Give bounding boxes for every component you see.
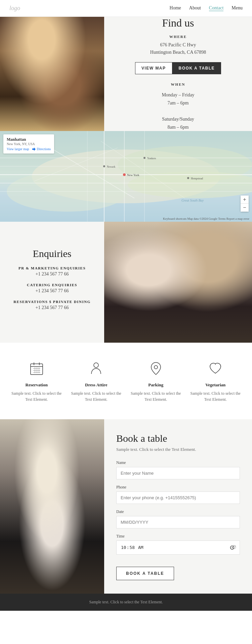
book-table-button-top[interactable]: BOOK A TABLE [172,62,221,74]
location-icon [147,359,165,378]
svg-point-19 [103,165,105,167]
reservations-enquiry-title: RESERVATIONS $ PRIVATE DINING [13,300,91,304]
nav-links: Home About Contact Menu [170,5,243,11]
phone-label: Phone [116,485,240,490]
navbar: logo Home About Contact Menu [0,0,252,17]
chef-image [0,419,104,594]
book-form: Book a table Sample text. Click to selec… [104,419,252,594]
pr-enquiry-phone: +1 234 567 77 66 [18,271,86,277]
pr-enquiry-title: PR & MARKETING ENQUIRIES [18,266,86,270]
map-location-sub: New York, NY, USA [7,142,51,146]
time-label: Time [116,534,240,539]
logo: logo [9,5,20,12]
feature-reservation-title: Reservation [10,382,64,388]
svg-point-38 [154,366,158,369]
address: 676 Pacific C Hwy Huntington Beach, CA 6… [150,41,206,56]
features-section: Reservation Sample text. Click to select… [0,343,252,419]
map-links: View larger map Directions [7,147,51,151]
find-us-content: Find us WHERE 676 Pacific C Hwy Huntingt… [104,17,252,131]
book-table-section: Book a table Sample text. Click to selec… [0,419,252,594]
hours: Monday – Friday 7am – 6pm Saturday/Sunda… [162,91,194,131]
map-background: New York Newark Yonkers Hempstead Great … [0,131,252,222]
when-label: WHEN [171,82,185,86]
footer: Sample text. Click to select the Text El… [0,594,252,611]
date-input[interactable] [116,516,240,528]
phone-field-group: Phone [116,485,240,504]
phone-input[interactable] [116,491,240,504]
footer-text[interactable]: Sample text. Click to select the Text El… [89,600,163,604]
view-map-button[interactable]: VIEW MAP [135,62,172,74]
enquiries-title: Enquiries [33,248,72,259]
feature-parking-text[interactable]: Sample text. Click to select the Text El… [129,390,183,402]
hours-weekday-time: 7am – 6pm [168,100,189,105]
map-section[interactable]: New York Newark Yonkers Hempstead Great … [0,131,252,222]
enquiries-section: Enquiries PR & MARKETING ENQUIRIES +1 23… [0,222,252,343]
nav-contact[interactable]: Contact [209,5,224,11]
feature-dress-text[interactable]: Sample text. Click to select the Text El… [69,390,123,402]
find-us-section: Find us WHERE 676 Pacific C Hwy Huntingt… [0,17,252,131]
nav-menu[interactable]: Menu [232,5,243,11]
feature-parking: Parking Sample text. Click to select the… [129,359,183,402]
feature-parking-title: Parking [129,382,183,388]
svg-text:Newark: Newark [107,165,115,168]
name-field-group: Name [116,460,240,479]
feature-vegetarian-title: Vegetarian [188,382,242,388]
catering-enquiry-title: CATERING ENQUIRIES [27,283,77,287]
directions-button[interactable]: Directions [32,147,51,151]
feature-reservation-text[interactable]: Sample text. Click to select the Text El… [10,390,64,402]
calendar-icon [28,359,46,378]
zoom-in-button[interactable]: + [241,196,249,204]
catering-enquiry-block: CATERING ENQUIRIES +1 234 567 77 66 [27,283,77,294]
date-label: Date [116,509,240,514]
time-input-wrapper: ⏱ [116,541,240,555]
svg-text:Hempstead: Hempstead [191,177,203,180]
name-label: Name [116,460,240,465]
feature-reservation: Reservation Sample text. Click to select… [10,359,64,402]
hours-weekday-label: Monday – Friday [162,92,194,97]
feature-dress-attire: Dress Attire Sample text. Click to selec… [69,359,123,402]
pr-enquiry-block: PR & MARKETING ENQUIRIES +1 234 567 77 6… [18,266,86,277]
book-subtitle: Sample text. Click to select the Text El… [116,447,240,452]
svg-text:Great South Bay: Great South Bay [181,199,204,202]
person-icon [87,359,105,378]
nav-about[interactable]: About [189,5,201,11]
where-label: WHERE [169,35,187,39]
name-input[interactable] [116,467,240,479]
time-input[interactable] [116,541,240,555]
view-larger-map-link[interactable]: View larger map [7,147,29,151]
heart-icon [206,359,224,378]
map-buttons: VIEW MAP BOOK A TABLE [135,62,221,74]
svg-point-17 [123,173,126,176]
feature-dress-title: Dress Attire [69,382,123,388]
address-line1: 676 Pacific C Hwy [160,42,196,47]
zoom-out-button[interactable]: − [241,204,249,212]
feature-vegetarian: Vegetarian Sample text. Click to select … [188,359,242,402]
hours-weekend-time: 8am – 6pm [168,125,189,130]
svg-rect-27 [31,364,43,375]
clock-icon: ⏱ [232,545,237,550]
feature-vegetarian-text[interactable]: Sample text. Click to select the Text El… [188,390,242,402]
restaurant-interior-image [104,222,252,343]
svg-text:Yonkers: Yonkers [147,157,156,160]
restaurant-hero-image [0,17,104,131]
address-line2: Huntington Beach, CA 67898 [150,50,206,55]
map-info-box: Manhattan New York, NY, USA View larger … [3,134,54,154]
date-field-group: Date [116,509,240,528]
map-location-title: Manhattan [7,137,51,142]
map-credit: Keyboard shortcuts Map data ©2024 Google… [163,217,249,220]
svg-text:New York: New York [127,173,139,177]
hours-weekend-label: Saturday/Sunday [162,117,194,122]
nav-home[interactable]: Home [170,5,181,11]
map-zoom-controls[interactable]: + − [241,196,249,212]
svg-point-37 [94,363,98,368]
svg-point-21 [143,157,145,159]
svg-marker-26 [32,147,36,151]
time-field-group: Time ⏱ [116,534,240,555]
svg-point-23 [187,177,189,179]
book-table-title: Book a table [116,433,240,444]
book-table-submit-button[interactable]: BOOK A TABLE [116,567,174,580]
reservations-enquiry-phone: +1 234 567 77 66 [13,305,91,310]
enquiries-content: Enquiries PR & MARKETING ENQUIRIES +1 23… [0,222,104,343]
find-us-title: Find us [162,17,194,29]
reservations-enquiry-block: RESERVATIONS $ PRIVATE DINING +1 234 567… [13,300,91,310]
